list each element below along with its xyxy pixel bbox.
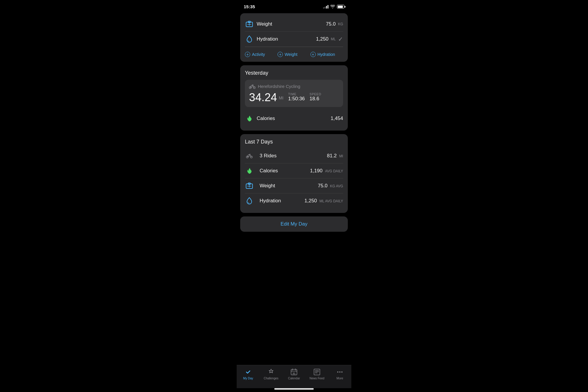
- add-weight-plus-icon: +: [278, 52, 283, 57]
- tab-news-feed-label: News Feed: [310, 377, 325, 380]
- status-bar: 15:35: [237, 0, 351, 11]
- activity-time-speed: TIME 1:50:36 SPEED 18.6: [288, 92, 321, 103]
- edit-my-day-card[interactable]: Edit My Day: [240, 216, 348, 232]
- rides-value: 81.2: [327, 153, 337, 159]
- my-day-icon: [244, 368, 252, 376]
- activity-time-group: TIME 1:50:36: [288, 92, 305, 102]
- tab-calendar-label: Calendar: [288, 377, 300, 380]
- cycling-activity-card[interactable]: Herefordshire Cycling 34.24 MI TIME 1:50…: [245, 80, 343, 107]
- cycling-icon: [249, 84, 255, 89]
- tab-bar: My Day Challenges 31 Calend: [237, 365, 351, 388]
- speed-value: 18.6: [310, 96, 321, 102]
- week-hydration-icon: [245, 196, 254, 205]
- speed-label: SPEED: [310, 92, 321, 96]
- hydration-label: Hydration: [257, 36, 316, 42]
- tab-my-day[interactable]: My Day: [239, 368, 257, 380]
- add-hydration-plus-icon: +: [310, 52, 316, 57]
- activity-title-row: Herefordshire Cycling: [249, 84, 339, 89]
- week-calories-unit: AVG DAILY: [325, 169, 343, 173]
- yesterday-header: Yesterday: [245, 70, 343, 76]
- svg-point-24: [339, 371, 340, 373]
- last7days-header: Last 7 Days: [245, 139, 343, 145]
- tab-more-label: More: [337, 377, 343, 380]
- week-hydration-value: 1,250: [305, 198, 317, 203]
- wifi-icon: [330, 5, 335, 9]
- add-activity-button[interactable]: + Activity: [245, 51, 278, 58]
- add-weight-button[interactable]: + Weight: [278, 51, 310, 58]
- weight-label: Weight: [257, 21, 326, 27]
- week-weight-value: 75.0: [318, 183, 328, 189]
- week-weight-value-container: 75.0 KG AVG: [318, 183, 343, 189]
- add-buttons-row: + Activity + Weight + Hydration: [245, 47, 343, 58]
- week-calories-value-container: 1,190 AVG DAILY: [310, 168, 343, 174]
- weight-value: 75.0 KG: [326, 21, 343, 27]
- tab-challenges-label: Challenges: [264, 377, 278, 380]
- week-hydration-label: Hydration: [260, 198, 305, 204]
- activity-stats-row: 34.24 MI TIME 1:50:36 SPEED 18.6: [249, 92, 339, 103]
- home-indicator: [274, 388, 314, 390]
- calories-label: Calories: [257, 116, 330, 121]
- rides-icon: [245, 151, 254, 160]
- scroll-area: Weight 75.0 KG Hydration 1,250 ML: [237, 11, 351, 365]
- week-hydration-value-container: 1,250 ML AVG DAILY: [305, 198, 343, 204]
- today-card: Weight 75.0 KG Hydration 1,250 ML: [240, 13, 348, 62]
- last7days-card: Last 7 Days 3 Rides 81.2 MI: [240, 134, 348, 213]
- svg-text:31: 31: [293, 372, 295, 375]
- activity-name: Herefordshire Cycling: [258, 84, 300, 89]
- week-calories-label: Calories: [260, 168, 310, 174]
- time-value: 1:50:36: [288, 96, 305, 102]
- week-weight-unit: KG AVG: [330, 184, 343, 188]
- add-activity-plus-icon: +: [245, 52, 250, 57]
- svg-point-9: [250, 154, 250, 155]
- activity-distance: 34.24: [249, 91, 277, 104]
- week-calories-row: Calories 1,190 AVG DAILY: [245, 164, 343, 179]
- activity-distance-unit: MI: [279, 96, 284, 100]
- hydration-row: Hydration 1,250 ML ✓: [245, 32, 343, 47]
- week-calories-value: 1,190: [310, 168, 323, 174]
- hydration-value: 1,250 ML ✓: [316, 36, 343, 43]
- tab-news-feed[interactable]: News Feed: [308, 368, 326, 380]
- challenges-icon: [267, 368, 275, 376]
- yesterday-calories-row: Calories 1,454: [245, 111, 343, 126]
- svg-point-25: [341, 371, 343, 373]
- svg-point-6: [253, 84, 253, 85]
- week-weight-icon: [245, 181, 254, 190]
- weight-icon: [245, 20, 254, 29]
- status-icons: [323, 5, 344, 9]
- tab-more[interactable]: More: [331, 368, 349, 380]
- signal-icon: [323, 5, 328, 9]
- week-weight-row: Weight 75.0 KG AVG: [245, 179, 343, 194]
- svg-rect-19: [314, 369, 320, 375]
- battery-icon: [337, 5, 344, 9]
- rides-value-container: 81.2 MI: [327, 153, 343, 159]
- activity-speed-group: SPEED 18.6: [310, 92, 321, 102]
- week-weight-label: Weight: [260, 183, 318, 189]
- week-hydration-row: Hydration 1,250 ML AVG DAILY: [245, 194, 343, 208]
- week-hydration-unit: ML AVG DAILY: [320, 199, 343, 203]
- add-hydration-button[interactable]: + Hydration: [310, 51, 343, 58]
- rides-row: 3 Rides 81.2 MI: [245, 149, 343, 164]
- time: 15:35: [244, 4, 255, 9]
- hydration-checkmark: ✓: [338, 36, 343, 43]
- calories-value: 1,454: [330, 116, 343, 121]
- tab-my-day-label: My Day: [243, 377, 253, 380]
- calories-icon: [245, 114, 254, 123]
- rides-unit: MI: [339, 154, 343, 158]
- rides-label: 3 Rides: [260, 153, 327, 159]
- yesterday-card: Yesterday Herefordshire Cycling 34.24 M: [240, 65, 348, 131]
- week-calories-icon: [245, 166, 254, 175]
- tab-challenges[interactable]: Challenges: [262, 368, 280, 380]
- tab-calendar[interactable]: 31 Calendar: [285, 368, 303, 380]
- activity-distance-container: 34.24 MI: [249, 92, 283, 103]
- time-label: TIME: [288, 92, 305, 96]
- edit-my-day-button[interactable]: Edit My Day: [280, 221, 308, 227]
- news-feed-icon: [313, 368, 321, 376]
- svg-point-23: [337, 371, 338, 373]
- weight-row: Weight 75.0 KG: [245, 17, 343, 32]
- hydration-icon: [245, 35, 254, 44]
- calendar-icon: 31: [290, 368, 298, 376]
- more-icon: [336, 368, 344, 376]
